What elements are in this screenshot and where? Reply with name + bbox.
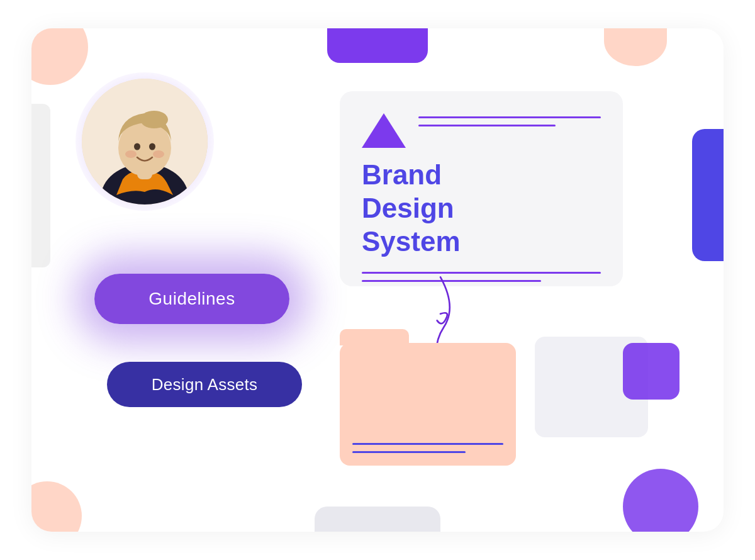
corner-bottom-left-decoration xyxy=(31,481,82,532)
svg-point-5 xyxy=(134,143,140,150)
right-blue-decoration xyxy=(692,129,724,261)
bottom-grey-decoration xyxy=(315,507,440,532)
avatar-section xyxy=(82,79,208,204)
folder-tab xyxy=(340,329,409,345)
card-line-1 xyxy=(418,116,601,118)
folder-card xyxy=(340,343,516,466)
avatar xyxy=(82,79,208,204)
avatar-illustration xyxy=(82,79,208,204)
card-lines-bottom xyxy=(362,272,601,282)
brand-line-3: System xyxy=(362,225,601,259)
brand-design-system-card: Brand Design System xyxy=(340,91,623,286)
card-line-2 xyxy=(418,125,556,126)
card-header xyxy=(362,110,601,148)
folder-line-2 xyxy=(352,451,466,453)
top-purple-decoration xyxy=(327,28,428,63)
guidelines-button[interactable]: Guidelines xyxy=(94,274,289,324)
svg-point-8 xyxy=(153,150,164,158)
brand-title: Brand Design System xyxy=(362,159,601,258)
brand-line-2: Design xyxy=(362,192,601,225)
top-right-peach-decoration xyxy=(604,28,667,66)
design-assets-label: Design Assets xyxy=(152,375,258,395)
brand-line-1: Brand xyxy=(362,159,601,192)
corner-top-left-decoration xyxy=(31,28,88,85)
main-container: Guidelines Design Assets Brand Design Sy… xyxy=(31,28,724,532)
triangle-icon xyxy=(362,113,406,148)
guidelines-label: Guidelines xyxy=(148,289,235,309)
svg-point-6 xyxy=(149,143,155,150)
card-lines-top xyxy=(418,110,601,126)
small-purple-square xyxy=(623,343,680,400)
design-assets-button[interactable]: Design Assets xyxy=(107,362,302,407)
corner-bottom-right-decoration xyxy=(623,469,698,532)
svg-point-7 xyxy=(125,150,137,158)
card-line-3 xyxy=(362,272,601,274)
svg-point-4 xyxy=(140,111,168,128)
folder-line-1 xyxy=(352,443,503,445)
left-grey-decoration xyxy=(31,104,50,267)
